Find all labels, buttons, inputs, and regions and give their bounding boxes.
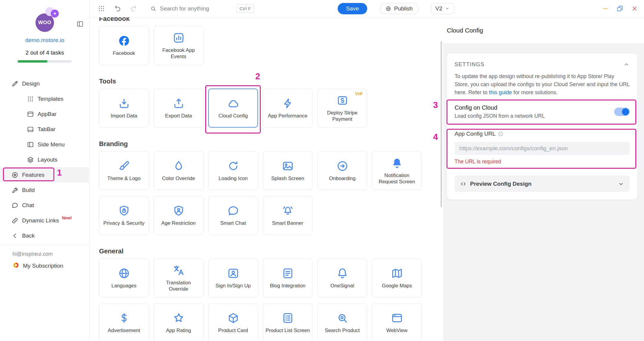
- version-dropdown[interactable]: V2: [431, 3, 454, 14]
- publish-button[interactable]: Publish: [380, 3, 418, 14]
- cloud-config-panel: Cloud Config SETTINGS To update the app …: [443, 17, 644, 341]
- sidebar-divider: [0, 245, 89, 245]
- chevron-up-icon[interactable]: [623, 61, 630, 68]
- section-grid: Import Data Export Data Cloud Config App…: [99, 89, 434, 128]
- feature-section-branding: Branding Theme & Logo Color Override Loa…: [99, 140, 434, 235]
- feature-card-smart-banner[interactable]: Smart Banner: [263, 196, 313, 235]
- sidebar-item-features[interactable]: Features: [0, 167, 89, 182]
- sidebar-item-templates[interactable]: Templates: [0, 91, 89, 106]
- save-button[interactable]: Save: [338, 3, 367, 14]
- features-icon: [11, 171, 18, 179]
- search-input[interactable]: [160, 5, 226, 12]
- features-content: Facebook Facebook Facebook App Events To…: [89, 17, 443, 341]
- chevron-down-icon: [445, 6, 450, 11]
- feature-sections: Facebook Facebook Facebook App Events To…: [89, 17, 443, 341]
- feature-card-advertisement[interactable]: Advertisement: [99, 303, 149, 341]
- sidebar-item-build[interactable]: Build: [0, 182, 89, 198]
- feature-card-facebook-app-events[interactable]: Facebook App Events: [154, 26, 203, 65]
- dollar-icon: [118, 312, 130, 324]
- config-on-cloud-texts: Config on Cloud Load config JSON from a …: [455, 104, 545, 119]
- collapse-sidebar-icon[interactable]: [76, 20, 84, 29]
- sidebar-item-dynamic-links[interactable]: Dynamic Links New!: [0, 213, 89, 228]
- refresh-icon: [227, 160, 240, 172]
- feature-card-facebook[interactable]: Facebook: [99, 26, 149, 65]
- global-search[interactable]: Ctrl F: [150, 4, 254, 13]
- sidebar-item-back[interactable]: Back: [0, 228, 89, 243]
- cloud-icon: [227, 97, 240, 110]
- feature-card-onesignal[interactable]: OneSignal: [317, 258, 367, 297]
- settings-section-header[interactable]: SETTINGS: [455, 61, 630, 68]
- section-grid: Theme & Logo Color Override Loading Icon…: [99, 151, 434, 235]
- feature-card-app-rating[interactable]: App Rating: [154, 303, 203, 341]
- undo-icon[interactable]: [114, 5, 121, 12]
- minimize-icon[interactable]: [602, 5, 609, 12]
- feature-card-cloud-config[interactable]: Cloud Config: [208, 89, 258, 128]
- feature-card-export-data[interactable]: Export Data: [154, 89, 203, 128]
- shield-lock-icon: [118, 204, 130, 217]
- settings-card: SETTINGS To update the app design withou…: [447, 53, 637, 200]
- feature-card-app-performance[interactable]: App Performance: [263, 89, 313, 128]
- sidebar-item-design[interactable]: Design: [0, 76, 89, 91]
- sidebar-item-tabbar[interactable]: TabBar: [0, 122, 89, 137]
- panel-header: Cloud Config: [443, 17, 644, 43]
- sidebar-item-my-subscription[interactable]: My Subscription: [13, 262, 63, 270]
- panel-title: Cloud Config: [447, 27, 483, 34]
- feature-card-google-maps[interactable]: Google Maps: [372, 258, 422, 297]
- feature-card-sign-in-sign-up[interactable]: Sign In/Sign Up: [208, 258, 258, 297]
- shield-person-icon: [172, 204, 185, 217]
- feature-card-search-product[interactable]: Search Product: [317, 303, 367, 341]
- feature-card-notification-request-screen[interactable]: Notification Request Screen: [372, 151, 422, 190]
- feature-card-deploy-stripe-payment[interactable]: VIP Deploy Stripe Payment: [317, 89, 367, 128]
- feature-card-privacy-security[interactable]: Privacy & Security: [99, 196, 149, 235]
- sidebar-item-side-menu[interactable]: Side Menu: [0, 137, 89, 152]
- app-config-url-input[interactable]: [455, 142, 630, 155]
- color-drop-icon: [172, 160, 185, 172]
- banner-icon: [282, 204, 294, 217]
- vertical-scrollbar[interactable]: [441, 41, 442, 207]
- feature-card-translation-override[interactable]: Translation Override: [154, 258, 203, 297]
- sidebar-item-chat[interactable]: Chat: [0, 198, 89, 213]
- sidebar-item-appbar[interactable]: AppBar: [0, 106, 89, 122]
- subscription-label: My Subscription: [23, 263, 63, 269]
- feature-card-languages[interactable]: Languages: [99, 258, 149, 297]
- feature-card-blog-integration[interactable]: Blog Integration: [263, 258, 313, 297]
- redo-icon[interactable]: [130, 5, 137, 12]
- code-icon: [460, 181, 467, 187]
- config-on-cloud-toggle[interactable]: [614, 108, 630, 116]
- chat-bubble-icon: [227, 204, 240, 217]
- bell-icon: [336, 267, 349, 280]
- section-title: Branding: [99, 140, 434, 148]
- publish-icon: [385, 6, 391, 12]
- info-icon[interactable]: [498, 131, 504, 137]
- search-icon: [150, 6, 156, 12]
- feature-card-age-restriction[interactable]: Age Restriction: [154, 196, 203, 235]
- layouts-icon: [27, 156, 34, 163]
- feature-card-loading-icon[interactable]: Loading Icon: [208, 151, 258, 190]
- feature-card-webview[interactable]: WebView: [372, 303, 422, 341]
- tasks-progress-bar: [18, 60, 72, 63]
- logo-area: WOO: [0, 0, 89, 33]
- performance-icon: [282, 97, 294, 110]
- apps-grid-icon[interactable]: [98, 5, 105, 12]
- site-link[interactable]: demo.mstore.io: [0, 37, 89, 44]
- preview-config-design-toggle[interactable]: Preview Config Design: [455, 176, 630, 192]
- links-icon: [11, 217, 18, 224]
- feature-card-onboarding[interactable]: Onboarding: [317, 151, 367, 190]
- appbar-icon: [27, 111, 34, 118]
- this-guide-link[interactable]: this guide: [489, 89, 512, 95]
- feature-card-product-list-screen[interactable]: Product List Screen: [263, 303, 313, 341]
- import-data-icon: [118, 97, 130, 110]
- version-label: V2: [435, 5, 442, 12]
- close-icon[interactable]: [631, 5, 638, 12]
- publish-label: Publish: [394, 5, 413, 12]
- feature-card-splash-screen[interactable]: Splash Screen: [263, 151, 313, 190]
- translate-icon: [172, 264, 185, 277]
- feature-card-product-card[interactable]: Product Card: [208, 303, 258, 341]
- feature-card-import-data[interactable]: Import Data: [99, 89, 149, 128]
- feature-card-smart-chat[interactable]: Smart Chat: [208, 196, 258, 235]
- feature-card-color-override[interactable]: Color Override: [154, 151, 203, 190]
- feature-card-theme-logo[interactable]: Theme & Logo: [99, 151, 149, 190]
- config-on-cloud-subtitle: Load config JSON from a network URL: [455, 113, 545, 119]
- restore-window-icon[interactable]: [617, 5, 623, 12]
- sidebar-item-layouts[interactable]: Layouts: [0, 152, 89, 167]
